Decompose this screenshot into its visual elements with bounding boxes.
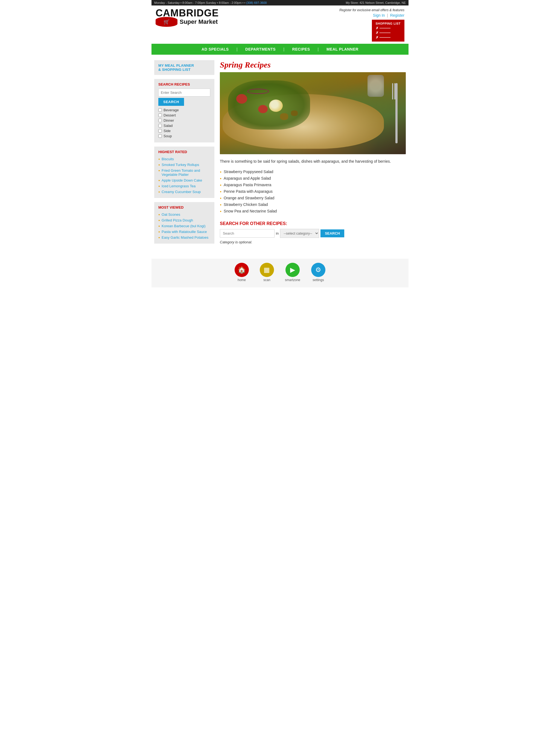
list-item[interactable]: Apple Upside Down Cake — [158, 177, 210, 183]
bottom-nav-home[interactable]: 🏠 home — [235, 263, 249, 282]
settings-icon: ⚙ — [311, 263, 325, 277]
logo-area: CAMBRIDGE 🛒 Super Market — [156, 8, 219, 27]
nav-departments[interactable]: DEPARTMENTS — [238, 44, 283, 55]
list-item[interactable]: Creamy Cucumber Soup — [158, 189, 210, 195]
signin-link[interactable]: Sign In — [373, 13, 385, 18]
category-checkboxes: Beverage Dessert Dinner Salad Side Soup — [158, 108, 210, 138]
bottom-nav-smartzone[interactable]: ▶ smartzone — [285, 263, 300, 282]
header-right: Register for exclusive email offers & fe… — [339, 8, 404, 42]
list-item[interactable]: Fried Green Tomato and Vegetable Platter — [158, 168, 210, 177]
list-item[interactable]: Biscuits — [158, 156, 210, 162]
smartzone-label: smartzone — [285, 278, 300, 282]
nav-meal-planner[interactable]: MEAL PLANNER — [319, 44, 366, 55]
search-recipes-title: SEARCH RECIPES — [158, 82, 210, 86]
main-content: MY MEAL PLANNER& SHOPPING LIST SEARCH RE… — [152, 55, 408, 253]
brand-supermarket: Super Market — [180, 18, 218, 25]
checkbox-soup[interactable]: Soup — [158, 134, 210, 138]
recipe-search-button[interactable]: SEARCH — [158, 98, 184, 106]
recipe-search-input[interactable] — [158, 88, 210, 97]
home-label: home — [238, 278, 246, 282]
highest-rated-box: HIGHEST RATED Biscuits Smoked Turkey Rol… — [154, 147, 214, 198]
page-title: Spring Recipes — [220, 60, 406, 70]
checkbox-salad[interactable]: Salad — [158, 124, 210, 128]
list-item[interactable]: Smoked Turkey Rollups — [158, 162, 210, 168]
most-viewed-box: MOST VIEWED Oat Scones Grilled Pizza Dou… — [154, 202, 214, 243]
list-item[interactable]: Easy Garlic Mashed Potatoes — [158, 235, 210, 240]
recipe-list: Strawberry Poppyseed Salad Asparagus and… — [220, 169, 406, 214]
list-item[interactable]: Asparagus and Apple Salad — [220, 175, 406, 182]
list-item[interactable]: Penne Pasta with Asparagus — [220, 188, 406, 195]
brand-cambridge: CAMBRIDGE — [156, 8, 219, 18]
highest-rated-list: Biscuits Smoked Turkey Rollups Fried Gre… — [158, 156, 210, 195]
meal-planner-box: MY MEAL PLANNER& SHOPPING LIST — [154, 60, 214, 75]
list-item[interactable]: Strawberry Chicken Salad — [220, 201, 406, 208]
list-item[interactable]: Korean Barbecue (bul Kogi) — [158, 223, 210, 229]
highest-rated-title: HIGHEST RATED — [158, 150, 210, 154]
list-item[interactable]: Asparagus Pasta Primavera — [220, 182, 406, 188]
search-other-bar: in --select category-- Beverage Dessert … — [220, 229, 406, 238]
main-nav: AD SPECIALS | DEPARTMENTS | RECIPES | ME… — [152, 44, 408, 55]
store-hours: Monday - Saturday • 8:00am - 7:00pm Sund… — [154, 1, 267, 4]
search-in-label: in — [276, 231, 279, 235]
phone-link[interactable]: (308) 697-3600 — [246, 1, 266, 4]
bottom-nav-scan[interactable]: ▦ scan — [260, 263, 274, 282]
most-viewed-title: MOST VIEWED — [158, 205, 210, 209]
category-select[interactable]: --select category-- Beverage Dessert Din… — [280, 229, 319, 238]
content-area: Spring Recipes — [220, 60, 406, 248]
list-item[interactable]: Snow Pea and Nectarine Salad — [220, 208, 406, 214]
most-viewed-list: Oat Scones Grilled Pizza Dough Korean Ba… — [158, 212, 210, 240]
search-other-title: SEARCH FOR OTHER RECIPES: — [220, 221, 406, 226]
scan-icon: ▦ — [260, 263, 274, 277]
nav-recipes[interactable]: RECIPES — [285, 44, 318, 55]
sidebar: MY MEAL PLANNER& SHOPPING LIST SEARCH RE… — [154, 60, 214, 248]
category-optional-text: Category is optional. — [220, 240, 406, 244]
hero-image — [220, 72, 406, 154]
list-item[interactable]: Oat Scones — [158, 212, 210, 217]
meal-planner-title: MY MEAL PLANNER& SHOPPING LIST — [158, 63, 210, 72]
top-bar: Monday - Saturday • 8:00am - 7:00pm Sund… — [152, 0, 408, 5]
list-item[interactable]: Orange and Strawberry Salad — [220, 195, 406, 201]
list-item[interactable]: Iced Lemongrass Tea — [158, 183, 210, 189]
search-recipes-box: SEARCH RECIPES SEARCH Beverage Dessert D… — [154, 79, 214, 143]
search-other-input[interactable] — [220, 229, 275, 238]
search-other-button[interactable]: SEARCH — [321, 229, 344, 237]
list-item[interactable]: Pasta with Ratatouille Sauce — [158, 229, 210, 235]
nav-ad-specials[interactable]: AD SPECIALS — [194, 44, 236, 55]
description: There is something to be said for spring… — [220, 158, 406, 164]
sign-links: Sign In | Register — [339, 13, 404, 18]
list-item[interactable]: Strawberry Poppyseed Salad — [220, 169, 406, 175]
bottom-nav-settings[interactable]: ⚙ settings — [311, 263, 325, 282]
checkbox-beverage[interactable]: Beverage — [158, 108, 210, 112]
list-item[interactable]: Grilled Pizza Dough — [158, 217, 210, 223]
store-location: My Store: 421 Nelson Street, Cambridge, … — [346, 1, 406, 4]
register-link[interactable]: Register — [390, 13, 404, 18]
home-icon: 🏠 — [235, 263, 249, 277]
checkbox-side[interactable]: Side — [158, 129, 210, 133]
checkbox-dessert[interactable]: Dessert — [158, 113, 210, 117]
settings-label: settings — [312, 278, 324, 282]
scan-label: scan — [263, 278, 270, 282]
checkbox-dinner[interactable]: Dinner — [158, 119, 210, 123]
shopping-list-button[interactable]: SHOPPING LIST ✗ ✗ ✗ — [372, 20, 404, 42]
header: CAMBRIDGE 🛒 Super Market Register for ex… — [152, 5, 408, 42]
bottom-nav: 🏠 home ▦ scan ▶ smartzone ⚙ settings — [152, 259, 408, 287]
register-text: Register for exclusive email offers & fe… — [339, 8, 404, 12]
smartzone-icon: ▶ — [285, 263, 300, 277]
